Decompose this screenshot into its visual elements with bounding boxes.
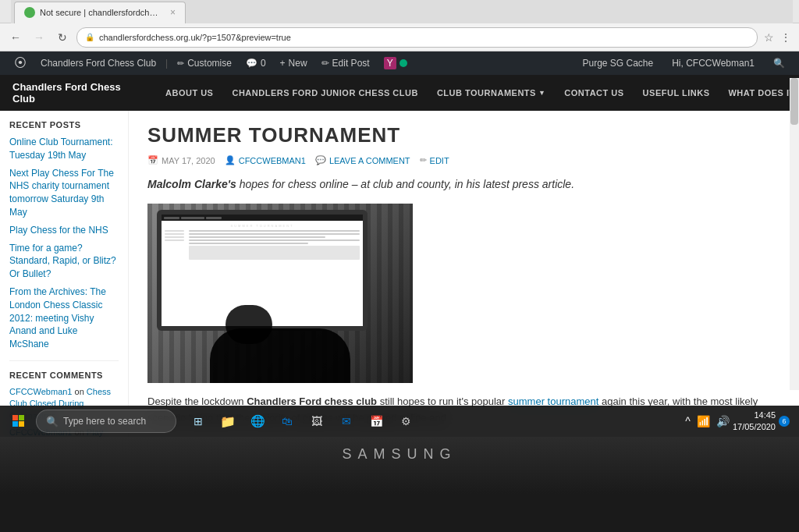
samsung-logo: SAMSUNG <box>342 446 456 463</box>
post-meta-author-container: 👤 CFCCWEBMAN1 <box>225 155 306 165</box>
sidebar-divider-1 <box>9 360 119 361</box>
taskbar-explorer[interactable]: 📁 <box>214 407 242 435</box>
edit-pencil-icon: ✏ <box>420 155 427 165</box>
bookmark-icon[interactable]: ☆ <box>762 30 776 45</box>
inner-m-line-2 <box>189 233 360 235</box>
post-image: SUMMER TOURNAMENT <box>147 204 413 383</box>
windows-logo-icon <box>12 415 25 427</box>
start-button[interactable] <box>3 406 34 437</box>
wp-new-item[interactable]: + New <box>274 51 314 75</box>
nav-contact[interactable]: Contact Us <box>555 75 633 111</box>
wp-search-icon-item[interactable]: 🔍 <box>767 51 791 75</box>
inner-nav-item-2 <box>181 217 204 219</box>
admin-right: Purge SG Cache Hi, CFCCWebman1 🔍 <box>576 51 791 75</box>
sidebar-post-4[interactable]: From the Archives: The London Chess Clas… <box>9 286 119 351</box>
post-meta-edit-container: ✏ EDIT <box>420 155 449 165</box>
extensions-icon[interactable]: ⋮ <box>779 30 793 45</box>
browser-omnibar: ← → ↻ 🔒 chandlersfordchess.org.uk/?p=150… <box>0 23 799 51</box>
inner-m-line-5 <box>189 243 308 244</box>
inner-content: SUMMER TOURNAMENT <box>162 221 363 264</box>
sidebar-post-2[interactable]: Play Chess for the NHS <box>9 224 119 237</box>
tray-chevron-icon[interactable]: ^ <box>685 415 691 427</box>
wp-logo-item[interactable]: ⦿ <box>8 51 33 75</box>
scrollbar-thumb[interactable] <box>790 78 798 125</box>
system-clock[interactable]: 14:45 17/05/2020 <box>733 410 776 434</box>
wp-comments-item[interactable]: 💬 0 <box>240 51 272 75</box>
comments-count: 0 <box>261 58 266 69</box>
sidebar-post-1[interactable]: Next Play Chess For The NHS charity tour… <box>9 167 119 219</box>
post-author[interactable]: CFCCWEBMAN1 <box>239 156 306 165</box>
main-content: RECENT POSTS Online Club Tournament: Tue… <box>0 111 799 437</box>
inner-nav-item-3 <box>206 217 222 219</box>
yoast-label: Y <box>384 57 396 69</box>
inner-title: SUMMER TOURNAMENT <box>165 224 360 228</box>
edge-icon: 🌐 <box>250 414 265 428</box>
reload-button[interactable]: ↻ <box>53 28 72 47</box>
taskbar-calendar[interactable]: 📅 <box>362 407 390 435</box>
taskbar-edge[interactable]: 🌐 <box>243 407 272 435</box>
back-button[interactable]: ← <box>6 28 25 47</box>
wp-site-name: Chandlers Ford Chess Club <box>41 58 156 69</box>
taskbar: 🔍 Type here to search ⊞ 📁 🌐 🛍 🖼 ✉ <box>0 406 799 437</box>
comment-user-0[interactable]: CFCCWebman1 <box>9 387 73 396</box>
browser-titlebar: Not secure | chandlersfordchess.org.uk/?… <box>0 0 799 23</box>
sidebar-post-3[interactable]: Time for a game? Standard, Rapid, or Bli… <box>9 242 119 281</box>
network-icon[interactable]: 📶 <box>697 415 710 427</box>
tab-close-icon[interactable]: × <box>170 7 176 18</box>
post-comments-link[interactable]: LEAVE A COMMENT <box>329 156 410 165</box>
omnibar-box[interactable]: 🔒 chandlersfordchess.org.uk/?p=1507&prev… <box>76 27 758 48</box>
wp-user-item[interactable]: Hi, CFCCWebman1 <box>666 51 761 75</box>
nav-links[interactable]: Useful Links <box>634 75 719 111</box>
site-logo-area[interactable]: Chandlers Ford Chess Club <box>0 75 156 111</box>
sidebar: RECENT POSTS Online Club Tournament: Tue… <box>0 111 129 437</box>
taskbar-mail[interactable]: ✉ <box>332 407 360 435</box>
nav-cost[interactable]: What Does It Cost? <box>719 75 799 111</box>
recent-posts-title: RECENT POSTS <box>9 120 119 129</box>
wp-admin-bar: ⦿ Chandlers Ford Chess Club | ✏ Customis… <box>0 51 799 75</box>
browser-tab[interactable]: Not secure | chandlersfordchess.org.uk/?… <box>14 2 186 23</box>
site-header: Chandlers Ford Chess Club About Us Chand… <box>0 75 799 111</box>
post-edit-link[interactable]: EDIT <box>430 156 449 165</box>
nav-about-us[interactable]: About Us <box>156 75 222 111</box>
user-icon: 👤 <box>225 155 236 165</box>
favicon-icon <box>24 7 35 18</box>
taskbar-photos[interactable]: 🖼 <box>303 407 331 435</box>
yoast-circle <box>400 59 407 67</box>
taskbar-search-placeholder: Type here to search <box>63 416 146 427</box>
sidebar-post-0[interactable]: Online Club Tournament: Tuesday 19th May <box>9 136 119 162</box>
comment-bubble-icon: 💬 <box>315 155 326 165</box>
taskbar-settings[interactable]: ⚙ <box>392 407 420 435</box>
volume-icon[interactable]: 🔊 <box>716 415 730 427</box>
nav-tournaments[interactable]: Club Tournaments ▼ <box>428 75 555 111</box>
wp-edit-post-item[interactable]: ✏ Edit Post <box>315 51 376 75</box>
site-logo-text: Chandlers Ford Chess Club <box>12 81 144 105</box>
article-area: SUMMER TOURNAMENT 📅 MAY 17, 2020 👤 CFCCW… <box>129 111 799 437</box>
inner-m-line-1 <box>189 230 360 232</box>
inner-s-line-2 <box>165 233 184 235</box>
wp-yoast-item[interactable]: Y <box>378 51 414 75</box>
notification-badge[interactable]: 6 <box>779 416 790 427</box>
taskbar-task-view[interactable]: ⊞ <box>184 407 212 435</box>
purge-label: Purge SG Cache <box>582 58 653 69</box>
forward-button[interactable]: → <box>30 28 48 47</box>
wp-site-name-item[interactable]: Chandlers Ford Chess Club <box>34 51 162 75</box>
inner-nav-item-1 <box>164 217 179 219</box>
wp-purge-item[interactable]: Purge SG Cache <box>576 51 659 75</box>
taskbar-search-box[interactable]: 🔍 Type here to search <box>36 410 176 433</box>
intro-text: hopes for chess online – at club and cou… <box>240 178 574 190</box>
wp-logo-icon: ⦿ <box>14 56 27 70</box>
post-meta-date-container: 📅 MAY 17, 2020 <box>147 155 215 165</box>
wp-customise-item[interactable]: ✏ Customise <box>171 51 238 75</box>
lock-icon: 🔒 <box>85 33 94 41</box>
calendar-icon: 📅 <box>147 155 158 165</box>
dropdown-chevron-icon: ▼ <box>538 89 545 97</box>
edit-post-icon: ✏ <box>321 58 329 69</box>
monitor-bezel: SAMSUNG <box>0 437 799 532</box>
taskbar-store[interactable]: 🛍 <box>273 407 301 435</box>
wp-separator-1: | <box>164 58 169 69</box>
nav-junior[interactable]: Chandlers Ford Junior Chess Club <box>222 75 427 111</box>
inner-nav <box>162 215 363 221</box>
taskbar-search-icon: 🔍 <box>46 416 59 427</box>
recent-comments-title: RECENT COMMENTS <box>9 371 119 380</box>
inner-m-line-3 <box>189 236 325 238</box>
